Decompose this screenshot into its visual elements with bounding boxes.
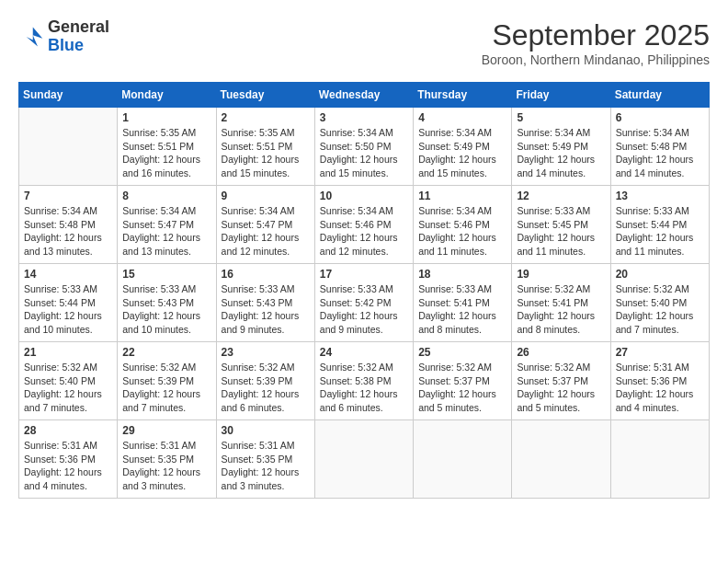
- day-info: Sunrise: 5:31 AMSunset: 5:35 PMDaylight:…: [122, 439, 210, 493]
- calendar-cell: 30Sunrise: 5:31 AMSunset: 5:35 PMDayligh…: [216, 420, 314, 499]
- calendar-cell: 17Sunrise: 5:33 AMSunset: 5:42 PMDayligh…: [314, 264, 413, 342]
- day-number: 13: [616, 190, 704, 202]
- logo-text: General Blue: [48, 18, 109, 55]
- title-block: September 2025 Boroon, Northern Mindanao…: [482, 18, 710, 67]
- day-number: 9: [222, 190, 310, 202]
- day-info: Sunrise: 5:34 AMSunset: 5:49 PMDaylight:…: [418, 126, 506, 180]
- day-info: Sunrise: 5:32 AMSunset: 5:40 PMDaylight:…: [616, 282, 704, 337]
- day-info: Sunrise: 5:34 AMSunset: 5:47 PMDaylight:…: [222, 204, 310, 259]
- day-number: 23: [222, 346, 310, 359]
- day-info: Sunrise: 5:32 AMSunset: 5:39 PMDaylight:…: [122, 361, 210, 415]
- calendar-cell: 15Sunrise: 5:33 AMSunset: 5:43 PMDayligh…: [118, 264, 216, 342]
- day-header-thursday: Thursday: [414, 83, 512, 108]
- week-row-2: 7Sunrise: 5:34 AMSunset: 5:48 PMDaylight…: [19, 186, 710, 264]
- day-info: Sunrise: 5:33 AMSunset: 5:44 PMDaylight:…: [24, 282, 112, 337]
- calendar-cell: 13Sunrise: 5:33 AMSunset: 5:44 PMDayligh…: [610, 186, 709, 264]
- day-info: Sunrise: 5:33 AMSunset: 5:42 PMDaylight:…: [320, 282, 408, 337]
- calendar-cell: 3Sunrise: 5:34 AMSunset: 5:50 PMDaylight…: [314, 108, 413, 186]
- day-info: Sunrise: 5:32 AMSunset: 5:37 PMDaylight:…: [517, 361, 605, 415]
- calendar-cell: 9Sunrise: 5:34 AMSunset: 5:47 PMDaylight…: [216, 186, 314, 264]
- week-row-1: 1Sunrise: 5:35 AMSunset: 5:51 PMDaylight…: [19, 108, 710, 186]
- day-info: Sunrise: 5:34 AMSunset: 5:48 PMDaylight:…: [616, 126, 704, 180]
- day-number: 29: [122, 424, 210, 437]
- day-header-monday: Monday: [118, 83, 216, 108]
- day-number: 26: [517, 346, 605, 359]
- day-number: 6: [616, 111, 704, 124]
- calendar-cell: 4Sunrise: 5:34 AMSunset: 5:49 PMDaylight…: [414, 108, 512, 186]
- calendar-cell: 28Sunrise: 5:31 AMSunset: 5:36 PMDayligh…: [19, 420, 118, 499]
- day-number: 18: [418, 268, 506, 281]
- logo-icon: [18, 24, 44, 50]
- day-info: Sunrise: 5:31 AMSunset: 5:35 PMDaylight:…: [222, 439, 310, 493]
- calendar-cell: 10Sunrise: 5:34 AMSunset: 5:46 PMDayligh…: [314, 186, 413, 264]
- calendar-cell: [610, 420, 709, 499]
- calendar-cell: 20Sunrise: 5:32 AMSunset: 5:40 PMDayligh…: [610, 264, 709, 342]
- calendar-header-row: SundayMondayTuesdayWednesdayThursdayFrid…: [19, 83, 710, 108]
- day-header-sunday: Sunday: [19, 83, 118, 108]
- logo-general: General: [48, 17, 109, 36]
- logo: General Blue: [18, 18, 109, 55]
- day-header-tuesday: Tuesday: [216, 83, 314, 108]
- day-number: 10: [320, 190, 408, 202]
- location-title: Boroon, Northern Mindanao, Philippines: [482, 52, 710, 67]
- calendar-cell: [512, 420, 610, 499]
- week-row-4: 21Sunrise: 5:32 AMSunset: 5:40 PMDayligh…: [19, 342, 710, 420]
- day-info: Sunrise: 5:32 AMSunset: 5:38 PMDaylight:…: [320, 361, 408, 415]
- calendar-cell: 26Sunrise: 5:32 AMSunset: 5:37 PMDayligh…: [512, 342, 610, 420]
- day-info: Sunrise: 5:33 AMSunset: 5:43 PMDaylight:…: [222, 282, 310, 337]
- calendar-cell: 27Sunrise: 5:31 AMSunset: 5:36 PMDayligh…: [610, 342, 709, 420]
- logo-blue: Blue: [48, 36, 84, 54]
- day-info: Sunrise: 5:32 AMSunset: 5:41 PMDaylight:…: [517, 282, 605, 337]
- day-number: 14: [24, 268, 112, 281]
- day-number: 22: [122, 346, 210, 359]
- calendar-cell: 6Sunrise: 5:34 AMSunset: 5:48 PMDaylight…: [610, 108, 709, 186]
- calendar-cell: 21Sunrise: 5:32 AMSunset: 5:40 PMDayligh…: [19, 342, 118, 420]
- day-number: 25: [418, 346, 506, 359]
- day-info: Sunrise: 5:35 AMSunset: 5:51 PMDaylight:…: [222, 126, 310, 180]
- day-info: Sunrise: 5:33 AMSunset: 5:41 PMDaylight:…: [418, 282, 506, 337]
- day-info: Sunrise: 5:32 AMSunset: 5:40 PMDaylight:…: [24, 361, 112, 415]
- day-number: 5: [517, 111, 605, 124]
- day-header-wednesday: Wednesday: [314, 83, 413, 108]
- page-header: General Blue September 2025 Boroon, Nort…: [18, 18, 710, 67]
- day-number: 11: [418, 190, 506, 202]
- calendar-cell: 29Sunrise: 5:31 AMSunset: 5:35 PMDayligh…: [118, 420, 216, 499]
- calendar-cell: 18Sunrise: 5:33 AMSunset: 5:41 PMDayligh…: [414, 264, 512, 342]
- day-number: 4: [418, 111, 506, 124]
- day-number: 24: [320, 346, 408, 359]
- day-info: Sunrise: 5:34 AMSunset: 5:49 PMDaylight:…: [517, 126, 605, 180]
- day-number: 17: [320, 268, 408, 281]
- day-number: 19: [517, 268, 605, 281]
- week-row-5: 28Sunrise: 5:31 AMSunset: 5:36 PMDayligh…: [19, 420, 710, 499]
- day-info: Sunrise: 5:31 AMSunset: 5:36 PMDaylight:…: [616, 361, 704, 415]
- day-header-friday: Friday: [512, 83, 610, 108]
- day-info: Sunrise: 5:32 AMSunset: 5:39 PMDaylight:…: [222, 361, 310, 415]
- day-number: 28: [24, 424, 112, 437]
- calendar-cell: 24Sunrise: 5:32 AMSunset: 5:38 PMDayligh…: [314, 342, 413, 420]
- calendar-cell: 16Sunrise: 5:33 AMSunset: 5:43 PMDayligh…: [216, 264, 314, 342]
- day-info: Sunrise: 5:32 AMSunset: 5:37 PMDaylight:…: [418, 361, 506, 415]
- day-info: Sunrise: 5:33 AMSunset: 5:43 PMDaylight:…: [122, 282, 210, 337]
- day-number: 20: [616, 268, 704, 281]
- calendar-cell: 11Sunrise: 5:34 AMSunset: 5:46 PMDayligh…: [414, 186, 512, 264]
- day-number: 21: [24, 346, 112, 359]
- day-number: 7: [24, 190, 112, 202]
- month-title: September 2025: [482, 18, 710, 52]
- day-number: 12: [517, 190, 605, 202]
- calendar-cell: 7Sunrise: 5:34 AMSunset: 5:48 PMDaylight…: [19, 186, 118, 264]
- calendar-cell: [314, 420, 413, 499]
- calendar-cell: 1Sunrise: 5:35 AMSunset: 5:51 PMDaylight…: [118, 108, 216, 186]
- day-info: Sunrise: 5:31 AMSunset: 5:36 PMDaylight:…: [24, 439, 112, 493]
- day-info: Sunrise: 5:34 AMSunset: 5:46 PMDaylight:…: [320, 204, 408, 259]
- calendar-cell: 5Sunrise: 5:34 AMSunset: 5:49 PMDaylight…: [512, 108, 610, 186]
- day-number: 30: [222, 424, 310, 437]
- week-row-3: 14Sunrise: 5:33 AMSunset: 5:44 PMDayligh…: [19, 264, 710, 342]
- calendar-cell: 2Sunrise: 5:35 AMSunset: 5:51 PMDaylight…: [216, 108, 314, 186]
- day-number: 2: [222, 111, 310, 124]
- calendar-cell: 14Sunrise: 5:33 AMSunset: 5:44 PMDayligh…: [19, 264, 118, 342]
- calendar-table: SundayMondayTuesdayWednesdayThursdayFrid…: [18, 82, 710, 499]
- day-number: 1: [122, 111, 210, 124]
- calendar-cell: 23Sunrise: 5:32 AMSunset: 5:39 PMDayligh…: [216, 342, 314, 420]
- calendar-cell: 12Sunrise: 5:33 AMSunset: 5:45 PMDayligh…: [512, 186, 610, 264]
- day-info: Sunrise: 5:34 AMSunset: 5:50 PMDaylight:…: [320, 126, 408, 180]
